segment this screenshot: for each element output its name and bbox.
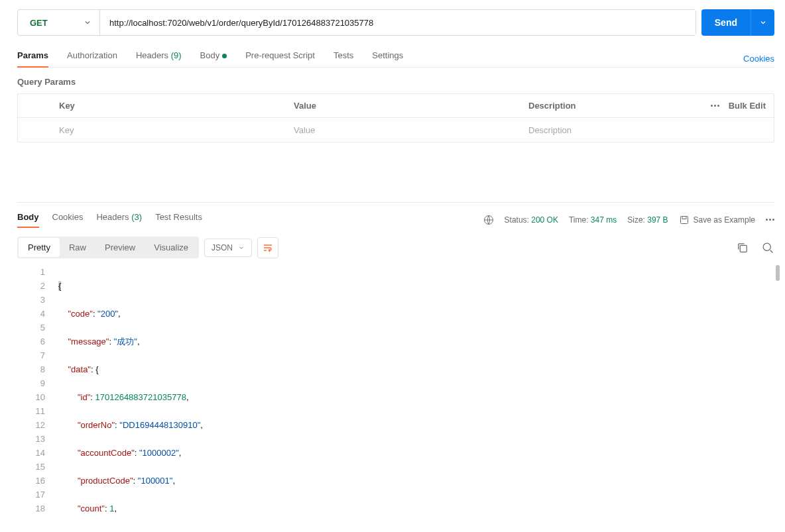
copy-icon[interactable] [736, 241, 749, 254]
bulk-edit-link[interactable]: Bulk Edit [729, 101, 766, 111]
tab-settings[interactable]: Settings [372, 50, 403, 67]
scrollbar-thumb[interactable] [776, 265, 780, 281]
send-button[interactable]: Send [701, 9, 774, 36]
view-preview[interactable]: Preview [95, 238, 145, 257]
param-key-input[interactable] [59, 125, 287, 135]
more-icon[interactable] [766, 219, 774, 221]
chevron-down-icon [238, 244, 245, 251]
url-input[interactable] [100, 10, 695, 35]
col-value: Value [287, 101, 522, 111]
view-visualize[interactable]: Visualize [145, 238, 198, 257]
time-value: 347 ms [591, 215, 617, 225]
format-select[interactable]: JSON [204, 239, 252, 257]
tab-prerequest[interactable]: Pre-request Script [245, 50, 315, 67]
resp-tab-tests[interactable]: Test Results [155, 212, 202, 227]
params-table: Key Value Description Bulk Edit [17, 93, 774, 142]
chevron-down-icon [759, 19, 767, 27]
svg-rect-1 [680, 216, 688, 223]
col-description: Description [522, 101, 694, 111]
resp-tab-headers[interactable]: Headers (3) [96, 212, 142, 227]
response-body-viewer[interactable]: 123456789101112131415161718 { "code": "2… [17, 265, 774, 532]
view-raw[interactable]: Raw [60, 238, 95, 257]
tab-params[interactable]: Params [17, 50, 48, 67]
wrap-icon [263, 242, 273, 253]
tab-authorization[interactable]: Authorization [67, 50, 117, 67]
body-indicator-dot [222, 54, 227, 58]
view-pretty[interactable]: Pretty [19, 238, 60, 257]
col-key: Key [52, 101, 287, 111]
tab-tests[interactable]: Tests [333, 50, 353, 67]
svg-rect-2 [740, 245, 747, 252]
chevron-down-icon [84, 19, 91, 27]
tab-body[interactable]: Body [200, 50, 227, 67]
wrap-lines-button[interactable] [257, 237, 278, 258]
send-dropdown[interactable] [751, 9, 774, 36]
method-label: GET [30, 18, 48, 28]
size-value: 397 B [647, 215, 668, 225]
save-as-example[interactable]: Save as Example [679, 215, 755, 225]
param-value-input[interactable] [294, 125, 522, 135]
code-content: { "code": "200", "message": "成功", "data"… [58, 265, 774, 532]
status-value: 200 OK [531, 215, 558, 225]
resp-tab-body[interactable]: Body [17, 212, 39, 227]
param-desc-input[interactable] [528, 125, 694, 135]
more-icon[interactable] [711, 105, 719, 107]
method-select[interactable]: GET [18, 10, 100, 35]
globe-icon[interactable] [483, 215, 494, 225]
search-icon[interactable] [761, 241, 774, 254]
tab-headers[interactable]: Headers (9) [136, 50, 182, 67]
line-gutter: 123456789101112131415161718 [17, 265, 58, 532]
send-label: Send [701, 17, 751, 28]
query-params-title: Query Params [17, 77, 774, 87]
svg-point-3 [763, 243, 770, 250]
resp-tab-cookies[interactable]: Cookies [52, 212, 84, 227]
cookies-link[interactable]: Cookies [743, 54, 774, 64]
save-icon [679, 215, 690, 225]
